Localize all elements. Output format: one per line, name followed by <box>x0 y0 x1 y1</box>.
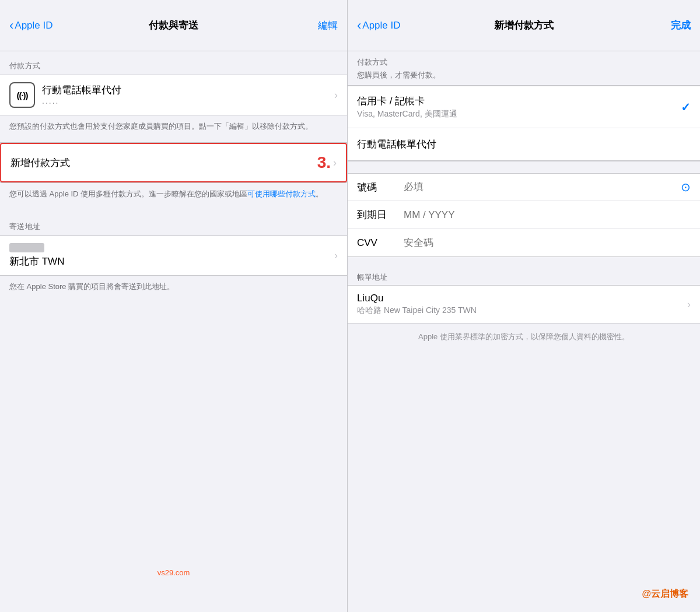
credit-card-content: 信用卡 / 記帳卡 Visa, MasterCard, 美國運通 <box>357 94 681 119</box>
expiry-row[interactable]: 到期日 <box>348 201 700 229</box>
right-done-button[interactable]: 完成 <box>671 19 691 32</box>
left-nav-bar: ‹ Apple ID 付款與寄送 編輯 <box>0 0 347 51</box>
payment-description: 您預設的付款方式也會用於支付您家庭成員購買的項目。點一下「編輯」以移除付款方式。 <box>0 115 347 138</box>
left-back-label: Apple ID <box>15 20 52 31</box>
card-number-input[interactable] <box>404 174 681 200</box>
billing-address-content: LiuQu 哈哈路 New Taipei City 235 TWN <box>357 293 682 316</box>
right-payment-group: 信用卡 / 記帳卡 Visa, MasterCard, 美國運通 ✓ 行動電話帳… <box>348 85 700 161</box>
credit-card-row[interactable]: 信用卡 / 記帳卡 Visa, MasterCard, 美國運通 ✓ <box>348 86 700 128</box>
address-name-blur <box>9 243 44 252</box>
left-back-button[interactable]: ‹ Apple ID <box>9 18 53 33</box>
right-back-label: Apple ID <box>362 20 400 31</box>
add-payment-desc-text1: 您可以透過 Apple ID 使用多種付款方式。進一步瞭解在您的國家或地區 <box>9 189 247 198</box>
add-payment-link[interactable]: 可使用哪些付款方式 <box>247 189 316 198</box>
card-number-row[interactable]: 號碼 ⊙ <box>348 173 700 201</box>
left-edit-button[interactable]: 編輯 <box>318 19 338 32</box>
right-panel: ‹ Apple ID 新增付款方式 完成 付款方式 您購買後，才需要付款。 信用… <box>347 0 700 612</box>
add-payment-desc-text2: 。 <box>316 189 323 198</box>
right-nav-title: 新增付款方式 <box>494 19 554 32</box>
right-payment-section-sub: 您購買後，才需要付款。 <box>348 70 700 85</box>
expiry-input[interactable] <box>404 202 691 228</box>
add-payment-chevron-icon: › <box>333 157 337 169</box>
credit-card-title: 信用卡 / 記帳卡 <box>357 94 681 108</box>
camera-icon[interactable]: ⊙ <box>681 180 691 194</box>
privacy-note: Apple 使用業界標準的加密方式，以保障您個人資料的機密性。 <box>348 323 700 350</box>
add-payment-description: 您可以透過 Apple ID 使用多種付款方式。進一步瞭解在您的國家或地區可使用… <box>0 183 347 205</box>
right-mobile-payment-content: 行動電話帳單代付 <box>357 138 691 151</box>
add-payment-label: 新增付款方式 <box>10 156 313 170</box>
mobile-payment-chevron-icon: › <box>334 89 338 101</box>
cvv-label: CVV <box>357 237 404 249</box>
billing-section-label: 帳單地址 <box>348 266 700 285</box>
step-number: 3. <box>317 153 331 172</box>
right-mobile-payment-row[interactable]: 行動電話帳單代付 <box>348 128 700 161</box>
mobile-payment-content: 行動電話帳單代付 ····· <box>42 83 330 107</box>
billing-address-row[interactable]: LiuQu 哈哈路 New Taipei City 235 TWN › <box>348 285 700 323</box>
left-panel: ‹ Apple ID 付款與寄送 編輯 付款方式 ((·)) 行動電話帳單代付 … <box>0 0 347 612</box>
add-payment-row[interactable]: 新增付款方式 3. › <box>0 143 347 182</box>
left-back-chevron-icon: ‹ <box>9 18 13 33</box>
credit-card-checkmark-icon: ✓ <box>681 100 691 114</box>
billing-address-detail: 哈哈路 New Taipei City 235 TWN <box>357 305 682 316</box>
shipping-address-content: 新北市 TWN <box>9 243 330 268</box>
payment-method-group: ((·)) 行動電話帳單代付 ····· › <box>0 75 347 115</box>
shipping-section-label: 寄送地址 <box>0 212 347 235</box>
left-panel-body: vs29.com <box>0 298 347 612</box>
mobile-payment-title: 行動電話帳單代付 <box>42 83 330 97</box>
left-watermark: vs29.com <box>0 568 347 577</box>
billing-chevron-icon: › <box>687 298 691 311</box>
billing-name: LiuQu <box>357 293 682 304</box>
shipping-address-row[interactable]: 新北市 TWN › <box>0 235 347 276</box>
right-mobile-payment-title: 行動電話帳單代付 <box>357 138 691 151</box>
right-watermark: @云启博客 <box>642 588 688 600</box>
card-number-label: 號碼 <box>357 181 404 194</box>
cvv-row[interactable]: CVV <box>348 229 700 257</box>
mobile-payment-subtitle: ····· <box>42 98 330 107</box>
credit-card-sub: Visa, MasterCard, 美國運通 <box>357 109 681 119</box>
right-panel-body: @云启博客 <box>348 350 700 612</box>
left-nav-title: 付款與寄送 <box>149 19 198 32</box>
expiry-label: 到期日 <box>357 208 404 221</box>
right-back-button[interactable]: ‹ Apple ID <box>357 18 401 33</box>
left-payment-section-label: 付款方式 <box>0 51 347 75</box>
mobile-payment-icon: ((·)) <box>9 82 35 108</box>
shipping-description: 您在 Apple Store 購買的項目將會寄送到此地址。 <box>0 276 347 298</box>
right-nav-bar: ‹ Apple ID 新增付款方式 完成 <box>348 0 700 51</box>
shipping-chevron-icon: › <box>334 249 338 262</box>
signal-icon: ((·)) <box>16 90 27 100</box>
address-city: 新北市 TWN <box>9 255 330 268</box>
mobile-payment-row[interactable]: ((·)) 行動電話帳單代付 ····· › <box>0 75 347 115</box>
cvv-input[interactable] <box>404 230 691 256</box>
right-back-chevron-icon: ‹ <box>357 18 361 33</box>
right-payment-section-label: 付款方式 <box>348 51 700 70</box>
